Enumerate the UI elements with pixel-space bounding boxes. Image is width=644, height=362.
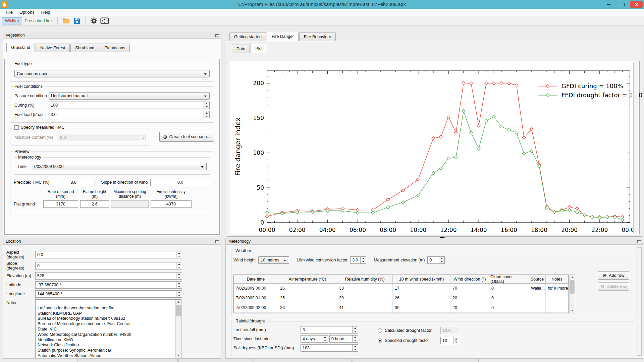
menu-help[interactable]: Help bbox=[38, 9, 53, 15]
table-cell[interactable]: 30 bbox=[393, 303, 450, 313]
table-cell[interactable]: 26 bbox=[278, 284, 337, 293]
column-header[interactable]: 10 m wind speed (km/h) bbox=[393, 275, 450, 283]
specified-drought-radio[interactable] bbox=[378, 339, 382, 343]
close-button[interactable] bbox=[630, 1, 643, 8]
table-cell[interactable] bbox=[529, 293, 546, 303]
menu-options[interactable]: Options bbox=[16, 9, 38, 15]
tab-plantations[interactable]: Plantations bbox=[100, 44, 130, 52]
table-cell[interactable]: 0 bbox=[489, 303, 529, 313]
hours-since-rain-spinner[interactable]: 0 hours bbox=[329, 335, 358, 343]
elevation-spinner[interactable]: 528 bbox=[35, 272, 182, 280]
table-cell[interactable]: 7/02/2009 02:00 bbox=[234, 303, 278, 313]
tab-fire-danger[interactable]: Fire Danger bbox=[267, 32, 299, 41]
scrollbar-thumb[interactable] bbox=[570, 280, 575, 294]
latitude-spinner[interactable]: -37.380700 ° bbox=[35, 281, 182, 289]
spin-buttons[interactable] bbox=[352, 345, 358, 351]
table-cell[interactable]: 7/02/2009 01:00 bbox=[234, 293, 278, 303]
table-cell[interactable]: for Kilmore E... bbox=[546, 284, 569, 293]
wind-conversion-spinner[interactable]: 3.0 bbox=[350, 256, 366, 264]
float-panel-icon[interactable] bbox=[215, 34, 219, 37]
column-header[interactable]: Date time bbox=[234, 275, 278, 283]
scroll-up-icon[interactable] bbox=[176, 300, 181, 305]
plot-scrollbar[interactable] bbox=[633, 62, 638, 233]
last-rainfall-spinner[interactable]: 3 bbox=[301, 326, 358, 334]
minimize-button[interactable] bbox=[602, 1, 615, 8]
table-cell[interactable]: 41 bbox=[337, 303, 393, 313]
table-cell[interactable]: 70 bbox=[450, 284, 489, 293]
fullscreen-button[interactable] bbox=[100, 17, 109, 25]
table-cell[interactable] bbox=[546, 303, 569, 313]
days-since-rain-spinner[interactable]: 4 days bbox=[301, 335, 328, 343]
table-row[interactable]: 7/02/2009 00:00263317700Walla...for Kilm… bbox=[234, 284, 569, 293]
soil-dryness-spinner[interactable]: 103 bbox=[301, 344, 358, 352]
table-row[interactable]: 7/02/2009 02:00264130200 bbox=[234, 303, 569, 313]
table-cell[interactable] bbox=[546, 293, 569, 303]
scroll-down-icon[interactable] bbox=[570, 308, 575, 313]
moisture-content-spinner[interactable]: 9.0 bbox=[58, 134, 146, 141]
column-header[interactable]: Air temperature (°C) bbox=[278, 275, 337, 283]
prescribed-fire-toggle[interactable]: Prescribed fire bbox=[22, 17, 55, 24]
longitude-spinner[interactable]: 144.965400 ° bbox=[35, 290, 182, 298]
weather-table-scrollbar[interactable] bbox=[570, 275, 575, 313]
table-cell[interactable]: 25 bbox=[278, 293, 337, 303]
table-cell[interactable]: 0 bbox=[489, 293, 529, 303]
tab-fire-behaviour[interactable]: Fire Behaviour bbox=[299, 33, 336, 41]
column-header[interactable]: Relative humidity (%) bbox=[337, 275, 393, 283]
tab-grassland[interactable]: Grassland bbox=[6, 43, 35, 52]
tab-native-forest[interactable]: Native Forest bbox=[36, 44, 70, 52]
scroll-up-icon[interactable] bbox=[570, 275, 575, 280]
tab-getting-started[interactable]: Getting started bbox=[229, 33, 266, 41]
scrollbar-thumb[interactable] bbox=[176, 305, 181, 316]
table-cell[interactable]: 20 bbox=[450, 303, 489, 313]
table-cell[interactable] bbox=[529, 303, 546, 313]
table-cell[interactable]: 26 bbox=[278, 303, 337, 313]
specify-fmc-checkbox[interactable] bbox=[14, 125, 19, 130]
maximize-button[interactable] bbox=[616, 1, 629, 8]
scroll-down-icon[interactable] bbox=[176, 353, 181, 358]
spin-buttons[interactable] bbox=[176, 282, 182, 288]
column-header[interactable]: Cloud cover (Oktas) bbox=[489, 275, 529, 283]
tab-data[interactable]: Data bbox=[232, 45, 250, 53]
spin-buttons[interactable] bbox=[176, 262, 182, 269]
spin-buttons[interactable] bbox=[204, 102, 209, 109]
table-cell[interactable]: 20 bbox=[450, 293, 489, 303]
spin-buttons[interactable] bbox=[204, 111, 209, 118]
float-panel-icon[interactable] bbox=[215, 240, 219, 243]
pasture-condition-select[interactable]: Undisturbed natural bbox=[49, 92, 210, 100]
spin-buttons[interactable] bbox=[453, 337, 459, 344]
fuel-load-spinner[interactable]: 3.0 bbox=[49, 111, 210, 118]
spin-buttons[interactable] bbox=[352, 326, 358, 333]
save-button[interactable] bbox=[72, 17, 81, 25]
spin-buttons[interactable] bbox=[360, 257, 366, 263]
table-cell[interactable]: 0 bbox=[489, 284, 529, 293]
table-cell[interactable]: 26 bbox=[393, 293, 450, 303]
wind-height-select[interactable]: 10 metres bbox=[258, 256, 289, 264]
spin-buttons[interactable] bbox=[322, 336, 328, 342]
tab-shrubland[interactable]: Shrubland bbox=[70, 44, 99, 52]
notes-scrollbar[interactable] bbox=[175, 300, 181, 358]
meteorology-scrollbar[interactable] bbox=[637, 247, 642, 356]
location-notes-textarea[interactable]: Lat/long is for the weather station, not… bbox=[35, 299, 181, 358]
create-fuel-scenario-button[interactable]: ⊕ Create fuel scenario... bbox=[159, 132, 214, 142]
delete-row-button[interactable]: ⊖ Delete row bbox=[598, 282, 629, 291]
spin-buttons[interactable] bbox=[439, 257, 444, 263]
tab-plot[interactable]: Plot bbox=[251, 44, 267, 53]
measurement-elevation-spinner[interactable]: 0 bbox=[427, 256, 445, 264]
spin-buttons[interactable] bbox=[176, 251, 182, 258]
fuel-type-select[interactable]: Continuous open bbox=[14, 70, 210, 77]
table-cell[interactable]: Walla... bbox=[529, 284, 546, 293]
add-row-button[interactable]: ⊕ Add row bbox=[598, 271, 629, 280]
calculated-drought-radio[interactable] bbox=[378, 328, 382, 333]
spin-buttons[interactable] bbox=[352, 336, 358, 342]
weather-table[interactable]: Date timeAir temperature (°C)Relative hu… bbox=[233, 275, 569, 313]
table-cell[interactable]: 39 bbox=[337, 293, 393, 303]
settings-button[interactable] bbox=[90, 17, 98, 25]
slope-spinner[interactable]: 0 bbox=[35, 262, 182, 269]
menu-file[interactable]: File bbox=[3, 9, 16, 15]
table-row[interactable]: 7/02/2009 01:00253926200 bbox=[234, 293, 569, 303]
spin-buttons[interactable] bbox=[176, 273, 182, 279]
curing-spinner[interactable]: 100 bbox=[49, 102, 210, 109]
table-cell[interactable]: 7/02/2009 00:00 bbox=[234, 284, 278, 293]
wildfire-toggle[interactable]: Wildfire bbox=[2, 17, 22, 24]
preview-time-select[interactable]: 7/02/2009 00:00 bbox=[31, 163, 207, 170]
